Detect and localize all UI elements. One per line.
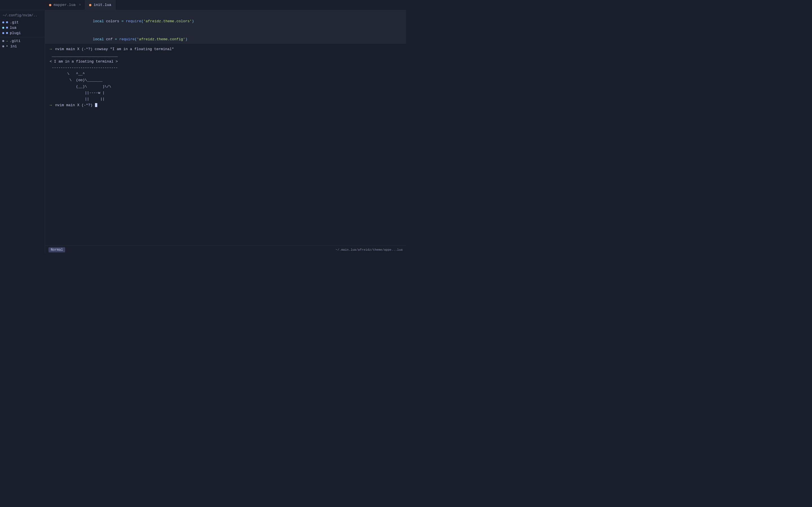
tab-bar: mapper.lua × init.lua [0,0,406,10]
sidebar-item-lua[interactable]: ■ lua [0,25,45,31]
term-line-cmd2: → nvim main X (-*?) [50,102,402,108]
sidebar-label-lua: lua [10,25,16,30]
tab-mapper-lua[interactable]: mapper.lua × [45,0,85,10]
tab-label-mapper: mapper.lua [54,3,75,7]
term-cmd-1: nvim main X (-*?) cowsay "I am in a floa… [55,47,174,51]
term-out-text-6: (__)\ )\/\ [50,84,111,89]
tab-dot-mapper [49,4,51,6]
term-out-text-4: \ ^__^ [50,72,85,76]
status-mode: Normal [49,247,65,252]
term-out-text-8: || || [50,97,105,101]
main-layout: ~/.config/nvim/.. ■ .git ■ lua ■ plugi →… [0,10,406,253]
folder-icon-lua: ■ [6,25,8,30]
sidebar-label-giti: .giti [10,39,20,43]
folder-icon-plugi: ■ [6,31,8,35]
term-output-2: < I am in a floating terminal > [50,59,402,65]
tab-label-init: init.lua [94,3,111,7]
term-out-text-5: \ (oo)\_______ [50,78,102,82]
editor-area: local colors = require('afreidz.theme.co… [45,10,406,245]
dot-ini [2,45,4,47]
code-text-1: local colors = require('afreidz.theme.co… [62,13,194,30]
status-file-path: ~/.main.lua/afreidz/theme/appe...lua [336,248,403,251]
terminal-content[interactable]: → nvim main X (-*?) cowsay "I am in a fl… [45,44,406,245]
sidebar-item-giti[interactable]: → .giti [0,38,45,44]
sidebar-item-ini[interactable]: • ini [0,44,45,49]
sidebar-header: ~/.config/nvim/.. [0,12,45,20]
code-line-1: local colors = require('afreidz.theme.co… [45,12,406,31]
sidebar: ~/.config/nvim/.. ■ .git ■ lua ■ plugi →… [0,10,45,253]
dot-giti [2,40,4,42]
sidebar-item-plugi[interactable]: ■ plugi [0,31,45,36]
term-output-6: (__)\ )\/\ [50,83,402,90]
sidebar-item-git[interactable]: ■ .git [0,20,45,25]
term-out-text-1: ______________________________ [50,53,118,57]
term-output-1: ______________________________ [50,52,402,59]
tab-init-lua[interactable]: init.lua [85,0,115,10]
dot-lua [2,27,4,29]
sidebar-label-ini: • ini [6,44,17,48]
term-output-3: ------------------------------ [50,65,402,71]
folder-icon-git: ■ [6,20,8,24]
code-panel[interactable]: local colors = require('afreidz.theme.co… [45,10,406,245]
content-area: local colors = require('afreidz.theme.co… [45,10,406,253]
term-output-8: || || [50,96,402,102]
tab-close-mapper[interactable]: × [79,3,81,7]
status-bar: Normal ~/.main.lua/afreidz/theme/appe...… [45,245,406,253]
tab-dot-init [89,4,91,6]
sidebar-label-git: .git [10,20,18,24]
dot-git [2,21,4,23]
status-right: ~/.main.lua/afreidz/theme/appe...lua [336,248,403,251]
term-line-cmd1: → nvim main X (-*?) cowsay "I am in a fl… [50,46,402,52]
sidebar-separator [0,37,45,37]
arrow-icon-giti: → [6,40,8,43]
floating-terminal: → nvim main X (-*?) cowsay "I am in a fl… [45,44,406,245]
term-arrow-1: → [50,47,52,51]
term-output-4: \ ^__^ [50,71,402,77]
term-cursor [95,103,97,107]
term-output-5: \ (oo)\_______ [50,77,402,83]
sidebar-label-plugi: plugi [10,31,21,35]
term-arrow-2: → [50,103,52,107]
term-output-7: ||----w | [50,90,402,96]
term-out-text-2: < I am in a floating terminal > [50,59,118,64]
term-out-text-7: ||----w | [50,91,105,95]
term-out-text-3: ------------------------------ [50,66,118,70]
status-left: Normal [49,247,65,252]
dot-plugi [2,32,4,34]
term-cmd-2: nvim main X (-*?) [55,103,95,107]
